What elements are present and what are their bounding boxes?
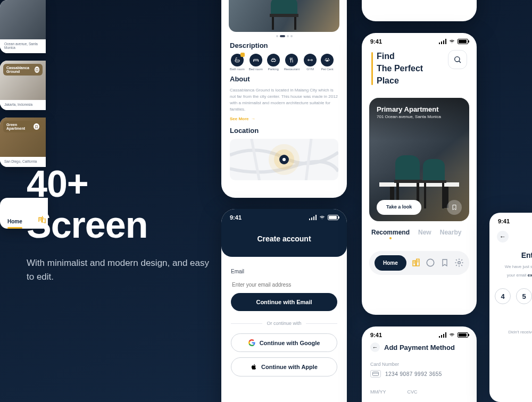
continue-email-button[interactable]: Continue with Email <box>231 293 337 311</box>
status-time: 9:41 <box>230 214 242 221</box>
screen-description: Description Bath room Bed room Parking R… <box>221 0 347 198</box>
restaurant-icon <box>285 54 298 66</box>
listing-card[interactable]: Green Apartment San Diego, California <box>0 118 46 167</box>
svg-rect-3 <box>271 60 276 62</box>
tab-new[interactable]: New <box>418 229 431 236</box>
status-bar: 9:41 <box>362 33 477 47</box>
otp-digit[interactable]: 4 <box>495 288 511 304</box>
card-number-label: Card Number <box>370 362 468 367</box>
nav-home[interactable]: Home <box>375 255 406 271</box>
battery-icon <box>458 39 468 44</box>
bookmark-icon <box>34 123 39 130</box>
gear-icon <box>454 258 464 267</box>
amenity-pet[interactable]: Pet Cent <box>321 54 334 71</box>
continue-apple-button[interactable]: Continue with Apple <box>231 357 337 376</box>
otp-sub1: We have just sen <box>489 264 532 270</box>
google-icon <box>248 339 255 346</box>
tab-recommend[interactable]: Recommend <box>371 229 410 236</box>
map-pin-icon <box>279 155 289 164</box>
screen-blank <box>362 0 477 21</box>
hero-title: 40+ Screen <box>27 164 213 246</box>
email-label: Email <box>231 269 337 274</box>
otp-sub2: your email exan <box>489 272 532 279</box>
nav-chat[interactable] <box>426 258 435 267</box>
svg-point-8 <box>455 57 460 62</box>
card-number-input[interactable] <box>385 371 453 377</box>
arrow-left-icon: ← <box>500 233 506 240</box>
svg-point-5 <box>328 58 329 60</box>
wifi-icon <box>448 39 455 44</box>
description-heading: Description <box>230 41 338 49</box>
amenity-gym[interactable]: GYM <box>304 54 317 71</box>
gym-icon <box>304 54 317 66</box>
listing-image <box>0 0 46 39</box>
status-time: 9:41 <box>370 38 382 45</box>
status-time: 9:41 <box>370 332 382 338</box>
otp-digit[interactable]: 5 <box>516 288 532 304</box>
find-title: FindThe PerfectPlace <box>371 50 423 87</box>
pagination-dots <box>221 35 347 37</box>
hero-text: 40+ Screen With minimalist and modern de… <box>27 164 213 283</box>
about-heading: About <box>230 75 338 83</box>
amenity-bathroom[interactable]: Bath room <box>230 54 245 71</box>
back-button[interactable]: ← <box>370 342 380 352</box>
search-button[interactable] <box>448 50 467 69</box>
hero-image <box>229 0 339 32</box>
expiry-label: MM/YY <box>370 389 386 395</box>
nav-saved[interactable] <box>440 258 450 267</box>
battery-icon <box>458 332 468 338</box>
svg-rect-22 <box>373 372 379 376</box>
svg-rect-19 <box>417 259 419 266</box>
listing-image: Green Apartment <box>0 118 46 157</box>
amenity-restaurant[interactable]: Restaurant <box>284 54 300 71</box>
continue-google-button[interactable]: Continue with Google <box>231 333 337 352</box>
nav-settings[interactable] <box>454 258 464 267</box>
nav-home-tab[interactable]: Home <box>7 219 22 224</box>
status-bar: 9:41 <box>221 209 347 223</box>
apartment-card[interactable]: Primary Apartment 701 Ocean avenue, Sant… <box>369 98 469 221</box>
email-input[interactable] <box>231 279 337 293</box>
signal-icon <box>439 39 446 44</box>
nav-explore[interactable] <box>411 258 421 267</box>
listing-card[interactable]: Ocean avenue, Santa Monica <box>0 0 46 53</box>
card-icon <box>370 370 381 378</box>
tab-nearby[interactable]: Nearby <box>440 229 462 236</box>
create-account-title: Create account <box>221 234 347 243</box>
listing-caption: Jakarta, Indonesia <box>0 100 46 110</box>
listing-badge: Cassablanca Ground <box>3 64 43 76</box>
parking-icon <box>267 54 280 66</box>
screen-otp: 9:41 ← Ente We have just sen your email … <box>489 213 532 402</box>
see-more-link[interactable]: See More→ <box>230 116 255 121</box>
chat-icon <box>426 258 435 267</box>
hero-subtitle: With minimalist and modern design, and e… <box>27 256 213 283</box>
svg-rect-1 <box>272 17 274 30</box>
arrow-left-icon: ← <box>372 344 378 350</box>
bottom-nav: Home <box>369 251 469 275</box>
otp-title: Ente <box>489 251 532 259</box>
search-icon <box>453 55 462 64</box>
card-address: 701 Ocean avenue, Santa Monica <box>377 114 441 119</box>
svg-rect-12 <box>394 180 422 183</box>
back-button[interactable]: ← <box>497 231 509 242</box>
amenity-bedroom[interactable]: Bed room <box>249 54 263 71</box>
cvc-label: CVC <box>408 389 418 395</box>
bookmark-button[interactable] <box>447 200 462 215</box>
take-look-button[interactable]: Take a look <box>377 200 421 215</box>
building-icon <box>411 258 421 267</box>
listing-card[interactable]: Cassablanca Ground Jakarta, Indonesia <box>0 61 46 110</box>
card-name: Primary Apartment <box>377 105 441 113</box>
svg-point-6 <box>325 60 326 61</box>
payment-title: Add Payment Method <box>384 344 455 351</box>
otp-inputs: 4 5 <box>489 288 532 304</box>
svg-rect-2 <box>294 17 296 30</box>
bookmark-icon <box>440 258 449 267</box>
location-map[interactable] <box>230 139 338 180</box>
svg-rect-15 <box>422 180 446 183</box>
signal-icon <box>439 332 446 338</box>
svg-point-7 <box>329 60 330 61</box>
svg-rect-0 <box>270 14 298 17</box>
apple-icon <box>251 363 257 371</box>
or-divider: Or continue with <box>231 321 337 326</box>
amenity-parking[interactable]: Parking <box>267 54 280 71</box>
svg-point-21 <box>458 262 461 264</box>
